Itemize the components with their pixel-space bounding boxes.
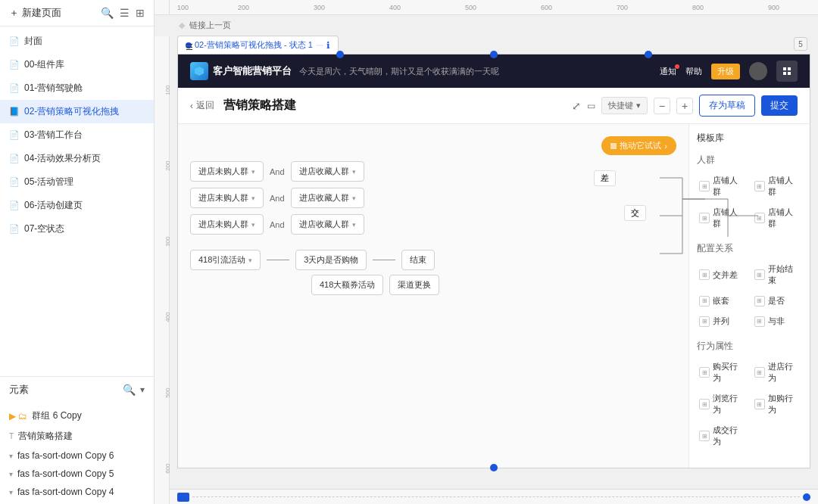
back-link[interactable]: 链接上一页 <box>189 20 231 31</box>
element-sort-copy6[interactable]: ▾ fas fa-sort-down Copy 6 <box>0 446 154 465</box>
upgrade-button[interactable]: 升级 <box>711 64 740 79</box>
ruler-mark: 300 <box>314 4 389 11</box>
panel-item-icon: ⊞ <box>699 269 710 280</box>
flow-diagram: 进店未购人群 ▾ And 进店收藏人群 ▾ <box>190 161 676 295</box>
svg-rect-3 <box>783 72 786 75</box>
sidebar-item-strategy[interactable]: 📘 02-营销策略可视化拖拽 <box>0 100 154 123</box>
panel-item-nest[interactable]: ⊞ 嵌套 <box>697 293 748 309</box>
page-icon: 📄 <box>9 60 20 70</box>
shortcut-chevron: ▾ <box>636 101 641 110</box>
panel-item-cart[interactable]: ⊞ 加购行为 <box>752 390 803 418</box>
panel-item-icon: ⊞ <box>754 213 765 223</box>
element-group6[interactable]: ▶ 🗂 群组 6 Copy <box>0 406 154 426</box>
flow-box-1-2[interactable]: 进店收藏人群 ▾ <box>291 161 364 182</box>
sidebar-item-cockpit[interactable]: 📄 01-营销驾驶舱 <box>0 76 154 100</box>
elements-expand-icon[interactable]: ▾ <box>140 384 145 395</box>
search-icon[interactable]: 🔍 <box>101 7 114 19</box>
elements-section: 元素 🔍 ▾ ▶ 🗂 群组 6 Copy T 营销策略搭建 ▾ fas fa-s… <box>0 376 154 504</box>
sidebar-item-activity-mgmt[interactable]: 📄 05-活动管理 <box>0 170 154 194</box>
zoom-out-button[interactable]: − <box>654 98 670 114</box>
flow-op-3: And <box>270 220 285 229</box>
zoom-in-button[interactable]: + <box>676 98 693 114</box>
panel-item-label: 店铺人群 <box>713 207 745 229</box>
user-avatar[interactable] <box>749 62 767 80</box>
page-icon: 📄 <box>9 83 20 94</box>
element-label: 营销策略搭建 <box>18 430 73 443</box>
panel-item-browse[interactable]: ⊞ 浏览行为 <box>697 390 748 418</box>
element-label: fas fa-sort-down Copy 5 <box>17 468 114 479</box>
app-frame: 客户智能营销平台 今天是周六，天气晴朗，期计又是个收获满满的一天呢 通知 帮助 … <box>177 54 810 468</box>
chevron-left-icon: ‹ <box>190 101 193 111</box>
app-icon-button[interactable] <box>776 61 798 82</box>
flow-box-3days[interactable]: 3天内是否购物 <box>295 250 367 270</box>
panel-item-nor[interactable]: ⊞ 与非 <box>752 313 803 329</box>
sidebar-item-empty[interactable]: 📄 07-空状态 <box>0 217 154 241</box>
flow-box-2-1[interactable]: 进店未购人群 ▾ <box>190 188 264 208</box>
notification-button[interactable]: 通知 <box>660 66 676 77</box>
flow-box-label: 进店收藏人群 <box>299 166 349 177</box>
page-icon: 📄 <box>9 177 20 188</box>
save-draft-button[interactable]: 存为草稿 <box>699 95 755 117</box>
sidebar-item-cover[interactable]: 📄 封面 <box>0 30 154 53</box>
panel-item-crowd4[interactable]: ⊞ 店铺人群 <box>752 204 803 232</box>
chevron-icon: ▾ <box>251 194 255 202</box>
flow-box-end[interactable]: 结束 <box>401 250 435 270</box>
anchor-bottom <box>490 464 498 471</box>
flow-box-418[interactable]: 418引流活动 ▾ <box>190 250 261 270</box>
canvas-inner: 拖动它试试 › <box>178 124 688 468</box>
panel-item-crowd2[interactable]: ⊞ 店铺人群 <box>752 173 803 200</box>
ruler-numbers: 100 200 300 400 500 600 700 800 900 1000… <box>170 4 818 11</box>
chevron-icon: ▾ <box>352 194 356 202</box>
scroll-handle-right[interactable] <box>803 493 810 501</box>
flow-box-channel[interactable]: 渠道更换 <box>389 275 439 295</box>
app-subtitle: 今天是周六，天气晴朗，期计又是个收获满满的一天呢 <box>299 66 652 77</box>
sort-down-icon: ▾ <box>9 488 13 496</box>
scroll-handle-left[interactable] <box>177 493 189 502</box>
back-button[interactable]: ‹ 返回 <box>190 99 214 112</box>
panel-item-start-end[interactable]: ⊞ 开始结束 <box>752 261 803 288</box>
page-number-badge[interactable]: 5 <box>794 37 807 51</box>
sidebar-item-workbench[interactable]: 📄 03-营销工作台 <box>0 123 154 147</box>
element-strategy-build[interactable]: T 营销策略搭建 <box>0 426 154 446</box>
tab-label: 02-营销策略可视化拖拽 - 状态 1 <box>195 39 313 51</box>
element-sort-copy5[interactable]: ▾ fas fa-sort-down Copy 5 <box>0 465 154 483</box>
ai-try-button[interactable]: 拖动它试试 › <box>601 136 676 155</box>
expand-icon[interactable]: ⤢ <box>572 100 581 112</box>
submit-button[interactable]: 提交 <box>761 95 798 116</box>
panel-item-union[interactable]: ⊞ 交并差 <box>697 261 748 288</box>
flow-box-label: 进店未购人群 <box>198 192 248 204</box>
panel-item-purchase[interactable]: ⊞ 购买行为 <box>697 359 748 386</box>
panel-item-yesno[interactable]: ⊞ 是否 <box>752 293 803 309</box>
help-button[interactable]: 帮助 <box>685 66 702 77</box>
panel-item-label: 开始结束 <box>768 263 801 286</box>
new-page-label: 新建页面 <box>22 6 61 20</box>
page-title: 营销策略搭建 <box>223 98 563 114</box>
panel-grid-config: ⊞ 交并差 ⊞ 开始结束 ⊞ 嵌套 <box>697 261 802 329</box>
sidebar-item-analysis[interactable]: 📄 04-活动效果分析页 <box>0 147 154 170</box>
flow-box-1-1[interactable]: 进店未购人群 ▾ <box>190 161 264 182</box>
sidebar-item-activity-create[interactable]: 📄 06-活动创建页 <box>0 194 154 217</box>
flow-box-418-coupon[interactable]: 418大额券活动 <box>311 275 383 295</box>
flow-box-2-2[interactable]: 进店收藏人群 ▾ <box>291 188 364 208</box>
sidebar-item-components[interactable]: 📄 00-组件库 <box>0 53 154 76</box>
element-sort-copy4[interactable]: ▾ fas fa-sort-down Copy 4 <box>0 483 154 501</box>
panel-item-crowd1[interactable]: ⊞ 店铺人群 <box>697 173 748 200</box>
elements-search-icon[interactable]: 🔍 <box>123 384 136 396</box>
app-logo-text: 客户智能营销平台 <box>213 64 292 78</box>
new-page-button[interactable]: ＋ 新建页面 <box>9 6 96 20</box>
monitor-icon[interactable]: ▭ <box>587 101 595 111</box>
panel-item-label: 成交行为 <box>713 425 745 447</box>
panel-item-parallel[interactable]: ⊞ 并列 <box>697 313 748 329</box>
panel-item-visit[interactable]: ⊞ 进店行为 <box>752 359 803 386</box>
grid-view-icon[interactable]: ⊞ <box>136 7 145 19</box>
flow-box-3-2[interactable]: 进店收藏人群 ▾ <box>291 214 364 235</box>
panel-item-deal[interactable]: ⊞ 成交行为 <box>697 422 748 450</box>
panel-section-config: 配置关系 <box>697 242 802 255</box>
shortcut-button[interactable]: 快捷键 ▾ <box>601 97 648 114</box>
flow-box-3-1[interactable]: 进店未购人群 ▾ <box>190 214 264 235</box>
panel-item-crowd3[interactable]: ⊞ 店铺人群 <box>697 204 748 232</box>
chevron-icon: ▾ <box>352 221 356 229</box>
page-tab[interactable]: ☰ 02-营销策略可视化拖拽 - 状态 1 ℹ <box>177 36 339 54</box>
list-view-icon[interactable]: ☰ <box>120 7 130 19</box>
bottom-flow-row2: 418大额券活动 渠道更换 <box>190 275 676 295</box>
